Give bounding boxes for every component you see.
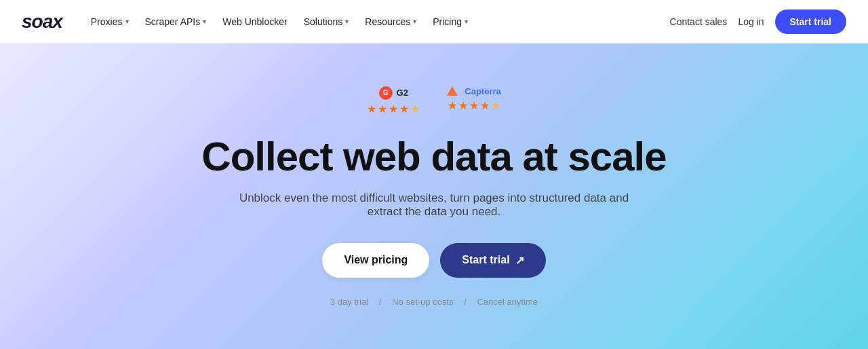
chevron-down-icon: ▾ [125, 18, 129, 25]
ratings-container: G G2 ★ ★ ★ ★ ★ Capterra ★ ★ ★ ★ ★ [367, 86, 500, 115]
star-half-icon: ★ [410, 103, 420, 115]
capterra-rating: Capterra ★ ★ ★ ★ ★ [447, 86, 500, 115]
nav-resources-label: Resources [365, 16, 410, 27]
capterra-stars: ★ ★ ★ ★ ★ [448, 99, 500, 112]
capterra-icon [447, 86, 458, 96]
chevron-down-icon: ▾ [203, 18, 206, 25]
nav-web-unblocker-label: Web Unblocker [222, 16, 287, 27]
hero-subtitle: Unblock even the most difficult websites… [224, 191, 644, 219]
g2-icon: G [379, 86, 393, 100]
star-icon: ★ [469, 99, 479, 112]
navbar: soax Proxies ▾ Scraper APIs ▾ Web Unbloc… [0, 0, 868, 43]
g2-label: G2 [397, 88, 408, 98]
separator-icon: / [379, 297, 384, 307]
nav-actions: Contact sales Log in Start trial [670, 10, 846, 34]
sub-info-cancel: Cancel anytime [477, 297, 538, 307]
nav-proxies[interactable]: Proxies ▾ [84, 12, 136, 31]
star-icon: ★ [367, 103, 376, 115]
star-icon: ★ [458, 99, 468, 112]
g2-rating: G G2 ★ ★ ★ ★ ★ [367, 86, 420, 115]
contact-sales-link[interactable]: Contact sales [670, 16, 728, 27]
hero-sub-info: 3 day trial / No set-up costs / Cancel a… [326, 297, 542, 307]
star-icon: ★ [399, 103, 409, 115]
nav-scraper-apis[interactable]: Scraper APIs ▾ [138, 12, 214, 31]
hero-title: Collect web data at scale [201, 134, 666, 179]
separator-icon: / [464, 297, 469, 307]
g2-stars: ★ ★ ★ ★ ★ [367, 103, 420, 115]
star-icon: ★ [378, 103, 387, 115]
nav-proxies-label: Proxies [91, 16, 123, 27]
star-icon: ★ [480, 99, 490, 112]
arrow-icon: ↗ [515, 254, 524, 267]
brand-logo[interactable]: soax [22, 11, 62, 33]
nav-solutions-label: Solutions [304, 16, 343, 27]
nav-solutions[interactable]: Solutions ▾ [297, 12, 356, 31]
chevron-down-icon: ▾ [465, 18, 468, 25]
chevron-down-icon: ▾ [345, 18, 349, 25]
login-link[interactable]: Log in [738, 16, 764, 27]
nav-links: Proxies ▾ Scraper APIs ▾ Web Unblocker S… [84, 12, 670, 31]
star-icon: ★ [389, 103, 398, 115]
nav-pricing-label: Pricing [433, 16, 462, 27]
sub-info-trial: 3 day trial [330, 297, 368, 307]
hero-section: G G2 ★ ★ ★ ★ ★ Capterra ★ ★ ★ ★ ★ [0, 43, 868, 349]
sub-info-setup: No set-up costs [392, 297, 453, 307]
start-trial-button[interactable]: Start trial ↗ [440, 243, 545, 278]
nav-start-trial-button[interactable]: Start trial [775, 10, 846, 34]
start-trial-label: Start trial [462, 254, 509, 266]
view-pricing-button[interactable]: View pricing [322, 243, 429, 278]
nav-scraper-apis-label: Scraper APIs [145, 16, 201, 27]
nav-web-unblocker[interactable]: Web Unblocker [216, 12, 294, 31]
star-icon: ★ [448, 99, 457, 112]
capterra-label: Capterra [465, 86, 500, 96]
nav-pricing[interactable]: Pricing ▾ [426, 12, 475, 31]
cta-buttons: View pricing Start trial ↗ [322, 243, 545, 278]
nav-resources[interactable]: Resources ▾ [358, 12, 423, 31]
star-half-icon: ★ [491, 99, 500, 112]
chevron-down-icon: ▾ [413, 18, 416, 25]
